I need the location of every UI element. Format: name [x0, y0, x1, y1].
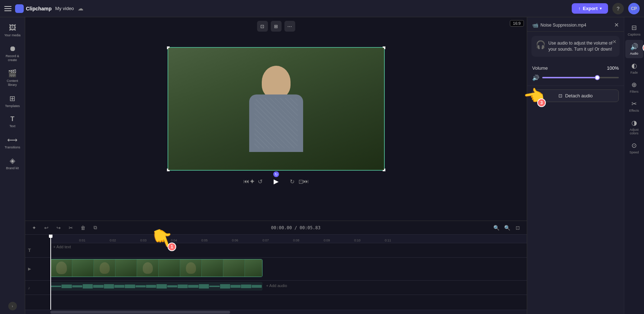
right-icon-bar: ⊟ Captions 🔊 Audio 👈 2 ◐ Fade ⊕ Filters … — [624, 17, 644, 314]
fit-timeline-button[interactable]: ⊡ — [513, 223, 522, 232]
video-track-content[interactable]: ⏸ 🔊 — [50, 258, 527, 281]
speed-label: Speed — [629, 151, 639, 154]
cut-button[interactable]: ✂ — [66, 223, 76, 232]
app-logo-icon — [15, 4, 24, 13]
audio-track-content[interactable]: + Add audio — [50, 281, 527, 295]
zoom-in-button[interactable]: 🔍 — [502, 223, 512, 232]
fade-panel-button[interactable]: ◐ Fade — [625, 59, 643, 77]
captions-icon: ⊟ — [631, 24, 637, 32]
clip-thumb-8 — [202, 259, 223, 277]
text-track-content[interactable]: + Add text — [50, 243, 527, 257]
time-display: 00:00.00 / 00:05.83 — [103, 225, 489, 230]
clip-thumb-7 — [180, 259, 202, 277]
audio-panel-button[interactable]: 🔊 Audio 👈 2 — [625, 40, 643, 58]
detach-audio-button[interactable]: ⊡ Detach audio — [532, 89, 619, 102]
zoom-out-button[interactable]: 🔍 — [492, 223, 501, 232]
add-text-button[interactable]: + Add text — [53, 245, 71, 249]
sidebar-item-transitions[interactable]: ⟷ Transitions — [1, 133, 24, 152]
clip-thumb-3 — [94, 259, 115, 277]
more-options-button[interactable]: ⋯ — [284, 21, 295, 32]
playhead[interactable] — [50, 235, 51, 310]
sidebar-item-your-media[interactable]: 🖼 Your media — [1, 21, 24, 40]
add-clip-button[interactable]: ✦ — [29, 223, 39, 232]
scrollbar-thumb[interactable] — [50, 311, 230, 314]
waveform-display — [50, 282, 262, 291]
fast-forward-button[interactable]: ↻ — [288, 177, 296, 186]
sidebar-item-content-library[interactable]: 🎬 Content library — [1, 66, 24, 90]
rewind-button[interactable]: ↺ — [256, 177, 264, 186]
content-library-icon: 🎬 — [8, 69, 17, 78]
person-figure — [237, 66, 316, 170]
sidebar-expand-button[interactable]: › — [8, 302, 17, 310]
adjust-colors-label: Adjust colors — [627, 128, 642, 135]
waveform-bar — [136, 285, 146, 287]
playhead-handle[interactable] — [49, 235, 52, 238]
waveform-bar — [146, 285, 156, 288]
preview-area: ⊡ ⊞ ⋯ 16:9 — [25, 17, 527, 221]
effects-panel-button[interactable]: ✂ Effects — [625, 97, 643, 115]
volume-header: Volume 100% — [532, 65, 619, 71]
duplicate-button[interactable]: ⧉ — [91, 223, 100, 232]
volume-fill — [542, 77, 600, 78]
sidebar-item-text[interactable]: T Text — [1, 112, 24, 131]
ruler-mark-06: 0:06 — [232, 235, 238, 243]
text-track-row: T + Add text — [25, 243, 527, 258]
timeline-scrollbar[interactable] — [25, 310, 527, 314]
timeline-toolbar: ✦ ↩ ↪ ✂ 🗑 ⧉ 00:00.00 / 00:05.83 🔍 🔍 ⊡ — [25, 221, 527, 235]
sidebar-item-label: Record & create — [3, 54, 22, 62]
ruler-mark-03: 0:03 — [140, 235, 147, 243]
tip-text: Use audio to adjust the volume of your s… — [548, 40, 615, 52]
left-sidebar: 🖼 Your media ⏺ Record & create 🎬 Content… — [0, 17, 25, 314]
tip-close-button[interactable]: ✕ — [612, 39, 617, 45]
volume-value: 100% — [607, 65, 619, 71]
captions-panel-button[interactable]: ⊟ Captions — [625, 21, 643, 39]
fullscreen-button[interactable]: ⊡ — [298, 178, 303, 185]
menu-button[interactable] — [4, 5, 12, 12]
volume-section: Volume 100% 🔊 — [527, 61, 624, 86]
effects-label: Effects — [629, 109, 639, 112]
waveform-bar — [209, 286, 219, 287]
video-clip[interactable]: ⏸ 🔊 — [50, 259, 262, 277]
adjust-colors-panel-button[interactable]: ◑ Adjust colors — [625, 116, 643, 138]
filters-panel-button[interactable]: ⊕ Filters — [625, 78, 643, 96]
clip-thumb-6 — [159, 259, 180, 277]
undo-button[interactable]: ↩ — [42, 223, 51, 232]
magic-edit-button[interactable]: ✦ — [249, 177, 255, 186]
waveform-bars — [50, 282, 262, 291]
audio-track-icon: ♪ — [28, 286, 30, 290]
waveform-bar — [241, 285, 251, 288]
close-panel-button[interactable]: ✕ — [614, 22, 619, 28]
add-audio-button[interactable]: + Add audio — [266, 283, 287, 288]
captions-label: Captions — [628, 33, 641, 36]
detach-icon: ⊡ — [558, 93, 562, 98]
sidebar-item-brand-kit[interactable]: ◈ Brand kit — [1, 153, 24, 173]
video-title[interactable]: My video — [55, 6, 74, 11]
fade-label: Fade — [630, 71, 638, 74]
clip-thumbnails — [51, 259, 262, 277]
cloud-sync-icon: ☁ — [78, 5, 83, 12]
user-avatar-button[interactable]: CP — [628, 3, 640, 14]
play-pause-button[interactable]: ▶ — [270, 175, 283, 188]
video-track-label: ▶ — [25, 267, 50, 271]
delete-button[interactable]: 🗑 — [78, 223, 88, 232]
waveform-bar — [220, 284, 230, 289]
zoom-controls: 🔍 🔍 ⊡ — [492, 223, 522, 232]
crop-button[interactable]: ⊡ — [257, 21, 268, 32]
sidebar-item-record-create[interactable]: ⏺ Record & create — [1, 42, 24, 65]
export-button[interactable]: ↑ Export ▾ — [572, 3, 608, 14]
expand-button[interactable]: ⊞ — [271, 21, 282, 32]
right-panel: 📹 Noise Suppression.mp4 ✕ 🎧 Use audio to… — [527, 17, 624, 314]
text-track-label: T — [25, 248, 50, 253]
time-ruler: 0:01 0:02 0:03 0:04 0:05 0:06 0:07 0:08 … — [50, 235, 527, 243]
playback-controls: ✦ ⏮ ↺ ▶ ↻ ⏭ ⊡ — [242, 171, 310, 191]
redo-button[interactable]: ↪ — [54, 223, 63, 232]
help-button[interactable]: ? — [612, 3, 624, 14]
sidebar-item-templates[interactable]: ⊞ Templates — [1, 91, 24, 111]
waveform-bar — [104, 284, 114, 288]
volume-row: 🔊 — [532, 74, 619, 81]
clip-thumb-2 — [72, 259, 94, 277]
volume-slider[interactable] — [542, 77, 619, 78]
volume-thumb[interactable] — [595, 75, 600, 80]
sidebar-item-label: Content library — [3, 79, 22, 87]
speed-panel-button[interactable]: ⊙ Speed — [625, 139, 643, 157]
